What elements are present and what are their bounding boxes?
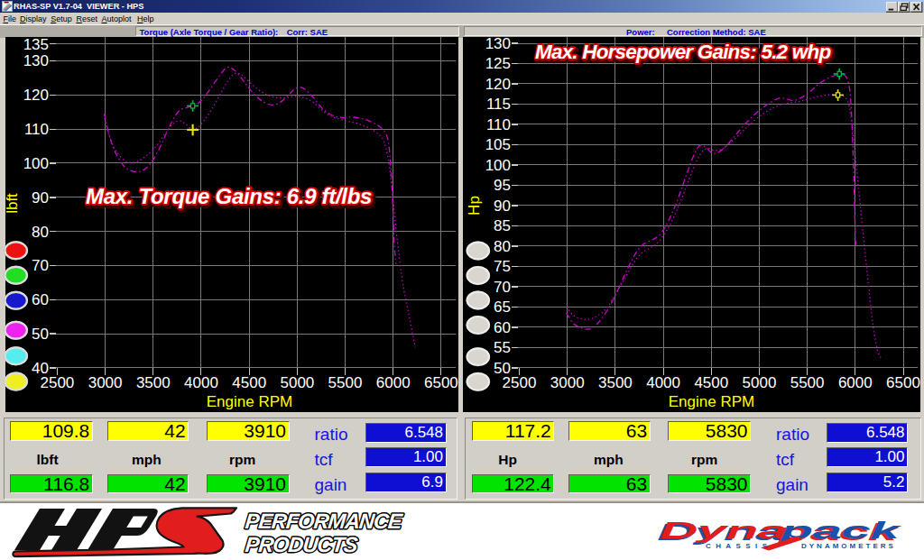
svg-text:CHASSIS: CHASSIS	[706, 542, 772, 550]
svg-text:Dyna: Dyna	[660, 517, 787, 543]
svg-text:DYNAMOMETERS: DYNAMOMETERS	[801, 542, 896, 550]
svg-text:PERFORMANCE: PERFORMANCE	[244, 510, 404, 533]
svg-text:PRODUCTS: PRODUCTS	[244, 533, 359, 556]
